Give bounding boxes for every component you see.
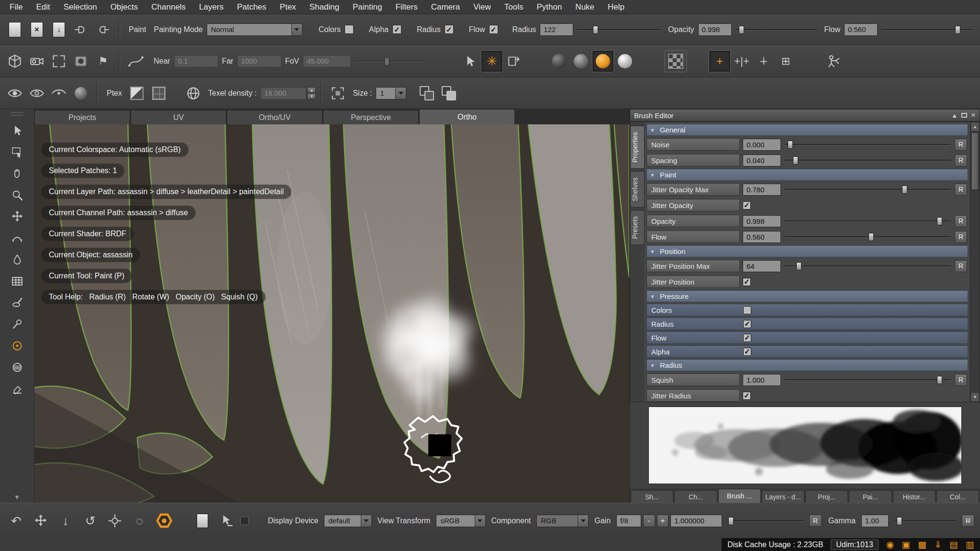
radius-checkbox[interactable]: ✓ [445, 25, 454, 34]
panel-tab-pai[interactable]: Pai... [849, 490, 891, 503]
param-slider[interactable] [784, 232, 952, 241]
menu-channels[interactable]: Channels [145, 0, 192, 14]
section-header-position[interactable]: ▼Position [646, 245, 968, 257]
panel-tab-histor[interactable]: Histor... [893, 490, 935, 503]
param-value-field[interactable]: 0.040 [743, 154, 781, 166]
picker-toggle-checkbox[interactable] [240, 517, 249, 525]
toolbar-grip[interactable] [11, 112, 23, 116]
section-header-radius[interactable]: ▼Radius [646, 359, 968, 371]
stroke-button[interactable] [125, 50, 147, 72]
texel-density-field[interactable]: 16.000 [260, 87, 306, 99]
paint-mode-button[interactable]: ✳ [481, 50, 503, 72]
view-transform-dropdown[interactable]: sRGB [436, 515, 485, 527]
param-slider[interactable] [784, 185, 952, 194]
menu-help[interactable]: Help [601, 0, 631, 14]
radius-field[interactable]: 122 [540, 23, 573, 36]
param-slider[interactable] [784, 262, 952, 270]
spin-up-icon[interactable]: ▲ [307, 87, 316, 93]
menu-ptex[interactable]: Ptex [273, 0, 303, 14]
flag-button[interactable]: ⚑ [92, 50, 114, 72]
tab-properties[interactable]: Properties [630, 126, 645, 169]
pan-tool[interactable] [6, 164, 29, 184]
panel-float-icon[interactable] [961, 113, 967, 118]
section-header-paint[interactable]: ▼Paint [646, 169, 968, 181]
gain-minus-button[interactable]: - [643, 515, 655, 527]
reset-button[interactable]: R [955, 139, 967, 151]
visibility-object-button[interactable] [48, 82, 70, 104]
close-project-button[interactable]: × [26, 19, 48, 41]
panel-close-icon[interactable]: × [971, 110, 976, 120]
dropdown-arrow-icon[interactable] [395, 88, 406, 99]
brush-tip-selected-button[interactable] [592, 50, 614, 72]
param-slider[interactable] [784, 140, 952, 149]
transform-paint-button[interactable] [503, 50, 525, 72]
undo-button[interactable]: ↶ [5, 509, 28, 532]
cube-view-button[interactable] [4, 50, 26, 72]
size-dropdown[interactable]: 1 [376, 87, 406, 99]
stencil-circle-button[interactable]: ◌ [128, 509, 151, 532]
scroll-up-icon[interactable]: ▲ [970, 122, 980, 132]
status-page-icon[interactable]: ▥ [966, 539, 974, 550]
display-device-dropdown[interactable]: default [324, 515, 371, 527]
gamma-field[interactable]: 1.00 [861, 515, 889, 527]
scroll-down-icon[interactable]: ▼ [970, 392, 980, 402]
brush-tip-soft-button[interactable] [614, 50, 636, 72]
panel-tab-proj[interactable]: Proj... [805, 490, 848, 503]
menu-camera[interactable]: Camera [424, 0, 467, 14]
pivot-button[interactable] [103, 509, 126, 532]
menu-file[interactable]: File [3, 0, 29, 14]
panel-tab-ch[interactable]: Ch... [674, 490, 717, 503]
section-collapse-icon[interactable]: ▼ [650, 127, 655, 133]
tab-shelves[interactable]: Shelves [630, 171, 645, 208]
menu-objects[interactable]: Objects [104, 0, 145, 14]
param-value-field[interactable]: 0.780 [743, 184, 781, 196]
brush-tip-hard-button[interactable] [548, 50, 570, 72]
scroll-thumb[interactable] [971, 132, 979, 190]
panel-scrollbar[interactable]: ▲ ▼ [970, 122, 980, 402]
menu-edit[interactable]: Edit [29, 0, 56, 14]
param-value-field[interactable]: 1.000 [743, 374, 781, 386]
param-checkbox[interactable]: ✓ [743, 278, 751, 286]
dropdown-arrow-icon[interactable] [475, 515, 485, 527]
status-copy-icon[interactable]: ▩ [918, 539, 926, 550]
gain-number-field[interactable]: 1.000000 [670, 515, 722, 527]
ptex-grid-button[interactable] [148, 82, 170, 104]
section-collapse-icon[interactable]: ▼ [650, 172, 655, 178]
expand-view-button[interactable] [48, 50, 70, 72]
menu-python[interactable]: Python [530, 0, 568, 14]
param-value-field[interactable]: 0.560 [743, 231, 781, 243]
section-collapse-icon[interactable]: ▼ [650, 249, 655, 254]
menu-tools[interactable]: Tools [498, 0, 530, 14]
panel-tab-layersd[interactable]: Layers - d... [762, 490, 804, 503]
pin-tool[interactable] [6, 314, 29, 334]
flow-checkbox[interactable]: ✓ [489, 25, 498, 34]
status-export-icon[interactable]: ⇓ [934, 539, 942, 550]
marquee-select-tool[interactable] [6, 142, 29, 162]
grid-tool[interactable] [6, 271, 29, 291]
painting-mode-dropdown[interactable]: Normal [207, 23, 302, 36]
projector-button[interactable] [26, 50, 48, 72]
dropdown-arrow-icon[interactable] [291, 24, 302, 35]
slice-tool[interactable] [6, 357, 29, 377]
section-header-general[interactable]: ▼General [646, 124, 968, 136]
blur-tool[interactable] [6, 250, 29, 270]
mask-button[interactable] [70, 50, 92, 72]
reset-button[interactable]: R [955, 231, 967, 243]
pose-button[interactable] [824, 50, 846, 72]
panel-tab-brush[interactable]: Brush ... [718, 489, 761, 503]
mirror-h-button[interactable]: +|+ [731, 50, 753, 72]
select-tool[interactable] [6, 121, 29, 141]
param-slider[interactable] [784, 156, 952, 165]
gain-stop-field[interactable]: f/8 [616, 515, 641, 527]
menu-view[interactable]: View [467, 0, 498, 14]
pick-color-button[interactable] [215, 509, 238, 532]
component-dropdown[interactable]: RGB [536, 515, 589, 527]
mirror-v-button[interactable]: ∔ [753, 50, 775, 72]
scroll-track[interactable] [970, 132, 980, 392]
panel-tab-sh[interactable]: Sh... [631, 490, 673, 503]
save-project-button[interactable]: ↓ [48, 19, 70, 41]
dropdown-arrow-icon[interactable] [578, 515, 588, 527]
param-checkbox[interactable]: ✓ [743, 392, 751, 400]
tab-presets[interactable]: Presets [630, 210, 645, 245]
clipboard-button[interactable] [191, 509, 214, 532]
